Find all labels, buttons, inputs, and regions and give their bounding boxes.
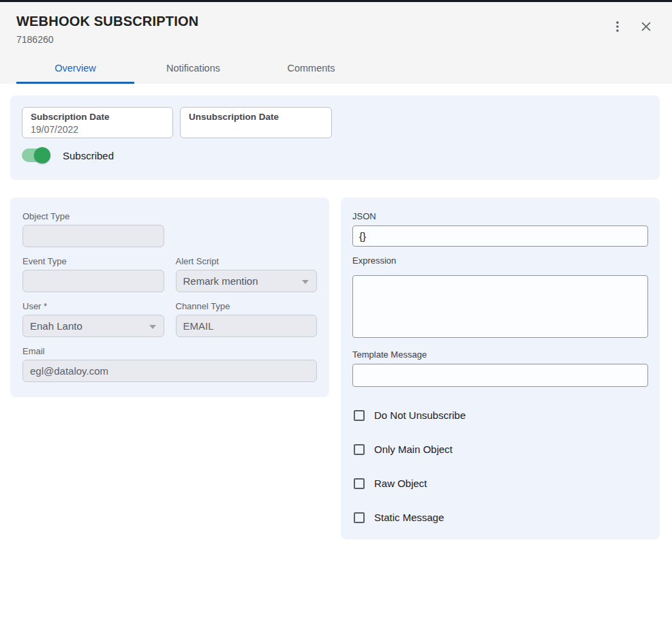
tab-comments[interactable]: Comments (252, 54, 370, 84)
email-label: Email (22, 346, 317, 356)
close-button[interactable] (638, 18, 654, 35)
json-group: JSON (352, 211, 648, 247)
json-label: JSON (352, 211, 648, 221)
only-main-object-label: Only Main Object (374, 443, 453, 455)
checkbox-row-do-not-unsubscribe[interactable]: Do Not Unsubscribe (354, 409, 648, 421)
close-icon (639, 19, 654, 34)
json-input[interactable] (352, 225, 648, 247)
header-actions (609, 18, 654, 35)
event-type-input (22, 270, 164, 292)
checkbox-row-static-message[interactable]: Static Message (354, 512, 648, 523)
unsubscription-date-label: Unsubscription Date (189, 112, 323, 122)
checkbox-section: Do Not Unsubscribe Only Main Object Raw … (352, 409, 648, 523)
dialog-header: WEBHOOK SUBSCRIPTION 7186260 Overview No… (0, 2, 672, 84)
user-group: User * Enah Lanto (22, 301, 164, 337)
date-row: Subscription Date 19/07/2022 Unsubscript… (22, 107, 648, 138)
subscription-panel: Subscription Date 19/07/2022 Unsubscript… (10, 95, 660, 180)
kebab-icon (610, 19, 625, 34)
do-not-unsubscribe-label: Do Not Unsubscribe (374, 409, 465, 421)
event-type-group: Event Type (22, 256, 164, 292)
object-type-input (22, 225, 164, 247)
toggle-thumb (34, 147, 50, 163)
static-message-label: Static Message (374, 512, 444, 523)
email-field (22, 360, 317, 382)
tab-overview[interactable]: Overview (16, 54, 134, 84)
details-panel: Object Type Event Type Alert Script Rema… (10, 198, 329, 397)
static-message-checkbox[interactable] (354, 512, 365, 523)
subscription-date-label: Subscription Date (31, 112, 164, 122)
email-group: Email (22, 346, 317, 382)
channel-type-group: Channel Type (176, 301, 318, 337)
alert-script-select: Remark mention (176, 270, 318, 292)
expression-textarea[interactable] (352, 275, 648, 338)
alert-script-label: Alert Script (176, 256, 318, 266)
raw-object-checkbox[interactable] (354, 478, 365, 489)
alert-script-group: Alert Script Remark mention (176, 256, 318, 292)
spacer-cell (176, 211, 318, 247)
channel-type-label: Channel Type (176, 301, 318, 311)
unsubscription-date-value (189, 124, 323, 135)
do-not-unsubscribe-checkbox[interactable] (354, 410, 365, 421)
expression-group: Expression (352, 255, 648, 341)
unsubscription-date-field[interactable]: Unsubscription Date (180, 107, 332, 138)
tab-bar: Overview Notifications Comments (16, 54, 672, 84)
user-label: User * (22, 301, 164, 311)
kebab-menu-button[interactable] (609, 18, 626, 35)
subscription-date-field[interactable]: Subscription Date 19/07/2022 (22, 107, 173, 138)
raw-object-label: Raw Object (374, 478, 427, 489)
subscribed-toggle-row: Subscribed (22, 147, 648, 163)
template-message-input[interactable] (352, 364, 648, 387)
message-panel: JSON Expression Template Message Do Not … (341, 198, 660, 540)
only-main-object-checkbox[interactable] (354, 444, 365, 455)
user-value: Enah Lanto (30, 320, 82, 332)
object-type-label: Object Type (22, 211, 164, 221)
record-id: 7186260 (16, 34, 672, 45)
user-select: Enah Lanto (22, 315, 164, 337)
alert-script-value: Remark mention (183, 275, 258, 287)
page-title: WEBHOOK SUBSCRIPTION (16, 14, 672, 29)
tab-notifications[interactable]: Notifications (134, 54, 252, 84)
subscribed-toggle-label: Subscribed (63, 150, 114, 161)
subscribed-toggle[interactable] (22, 147, 50, 163)
event-type-label: Event Type (22, 256, 164, 266)
template-message-group: Template Message (352, 349, 648, 387)
checkbox-row-only-main-object[interactable]: Only Main Object (354, 443, 648, 455)
channel-type-input (176, 315, 318, 337)
template-message-label: Template Message (352, 349, 648, 360)
chevron-down-icon (149, 325, 156, 329)
chevron-down-icon (302, 280, 309, 284)
checkbox-row-raw-object[interactable]: Raw Object (354, 478, 648, 489)
object-type-group: Object Type (22, 211, 164, 247)
subscription-date-value: 19/07/2022 (31, 124, 164, 135)
expression-label: Expression (352, 255, 648, 266)
